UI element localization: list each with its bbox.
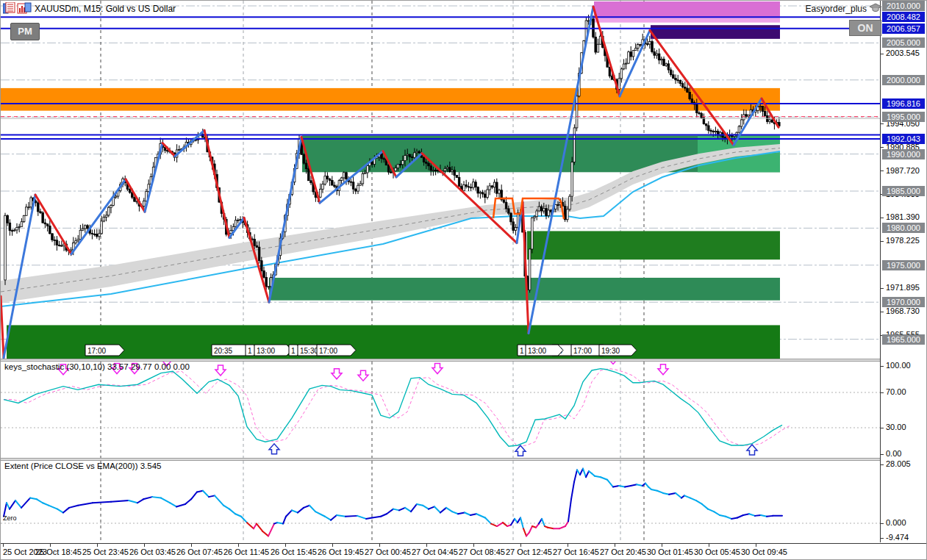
- list-icon[interactable]: [3, 2, 15, 13]
- candle-body: [473, 182, 475, 187]
- candle-body: [308, 169, 310, 181]
- candle-body: [569, 196, 571, 209]
- candle-body: [108, 207, 110, 215]
- time-tag[interactable]: 13:00: [526, 345, 563, 356]
- candle-body: [352, 182, 354, 189]
- extent-segment: [440, 508, 446, 513]
- extent-segment: [548, 528, 554, 528]
- candle-body: [40, 212, 42, 213]
- sell-signal-arrow-icon: [332, 369, 342, 379]
- candle-body: [21, 222, 23, 227]
- extent-pane[interactable]: [1, 461, 880, 542]
- candle-body: [428, 163, 430, 166]
- candle-body: [305, 163, 307, 169]
- price-tick-label: 100.00: [886, 361, 911, 370]
- on-button[interactable]: ON: [849, 20, 881, 36]
- candle-body: [708, 126, 710, 131]
- time-tag[interactable]: 13:00: [254, 345, 292, 356]
- sell-signal-arrow-icon: [215, 365, 226, 376]
- candle-body: [434, 170, 437, 171]
- price-zone[interactable]: [651, 25, 780, 39]
- candle-body: [628, 52, 630, 63]
- candle-body: [416, 151, 418, 153]
- time-axis-label: 27 Oct 12:45: [506, 548, 552, 556]
- candle-body: [698, 113, 701, 114]
- extent-segment: [574, 470, 577, 481]
- time-axis-label: 30 Oct 09:45: [741, 548, 787, 556]
- axis-tick: [881, 454, 884, 455]
- candle-body: [505, 202, 507, 209]
- zigzag-segment: [35, 195, 71, 254]
- candle-body: [322, 184, 324, 190]
- candle-body: [409, 154, 411, 157]
- zigzag-segment: [126, 179, 145, 212]
- extent-segment: [731, 517, 737, 518]
- candle-body: [661, 59, 663, 60]
- extent-segment: [651, 489, 657, 491]
- main-chart[interactable]: 17:0020:35113:00115:3017:0000113:0017:00…: [1, 1, 880, 359]
- bars-icon[interactable]: [18, 3, 31, 13]
- candle-body: [423, 157, 425, 162]
- candle-body: [630, 52, 632, 57]
- time-tag-label: 17:00: [573, 347, 592, 355]
- candle-body: [677, 80, 679, 81]
- price-tick-label: 1978.225: [886, 236, 920, 245]
- price-zone[interactable]: [7, 325, 780, 359]
- price-zone[interactable]: [594, 18, 780, 23]
- candle-body: [771, 120, 773, 122]
- extent-segment: [476, 514, 485, 517]
- extent-segment: [690, 498, 696, 500]
- extent-segment: [372, 517, 381, 518]
- price-zone[interactable]: [269, 278, 780, 301]
- axis-tick: [881, 392, 884, 393]
- zigzag-segment: [145, 143, 162, 212]
- axis-tick: [881, 428, 884, 428]
- candle-body: [115, 196, 117, 197]
- time-tag-label: 20:35: [214, 347, 232, 355]
- extent-segment: [637, 484, 643, 486]
- candle-body: [359, 184, 362, 185]
- extent-segment: [209, 495, 215, 497]
- price-tick-label: -9.474: [886, 533, 909, 542]
- candle-body: [103, 217, 105, 220]
- candle-body: [42, 213, 44, 223]
- candle-body: [99, 234, 101, 237]
- candle-body: [23, 215, 25, 221]
- candle-body: [571, 162, 573, 197]
- extent-segment: [663, 493, 669, 495]
- extent-segment: [10, 500, 15, 509]
- price-zone[interactable]: [1, 88, 780, 111]
- extent-segment: [381, 514, 387, 516]
- extent-segment: [262, 531, 268, 536]
- candle-body: [58, 245, 60, 246]
- candle-body: [493, 182, 495, 187]
- candle-body: [748, 115, 750, 116]
- candle-body: [738, 126, 740, 132]
- candle-body: [37, 203, 40, 212]
- candle-body: [576, 96, 578, 128]
- pm-button[interactable]: PM: [10, 23, 40, 40]
- extent-segment: [714, 511, 720, 515]
- candle-body: [61, 245, 63, 246]
- candle-body: [357, 185, 359, 191]
- price-zone[interactable]: [594, 1, 780, 18]
- extent-segment: [405, 508, 411, 511]
- time-tag[interactable]: 20:35: [212, 345, 251, 356]
- time-tag[interactable]: 19:30: [599, 345, 637, 356]
- candle-body: [515, 228, 517, 231]
- candle-body: [101, 221, 103, 234]
- time-tag[interactable]: 17:00: [85, 345, 124, 356]
- candle-body: [658, 54, 660, 60]
- toolbar-icons-svg: [3, 2, 32, 14]
- candle-body: [235, 220, 237, 227]
- candle-body: [11, 231, 13, 231]
- extent-segment: [423, 506, 429, 509]
- price-grid-badge: 2010.000: [882, 1, 925, 11]
- price-grid-badge: 2005.000: [882, 37, 925, 48]
- time-tag[interactable]: 17:00: [317, 345, 356, 356]
- time-tick: [191, 544, 192, 547]
- stochastic-pane[interactable]: [1, 362, 880, 458]
- candle-body: [56, 240, 58, 245]
- candle-body: [390, 172, 393, 173]
- price-zone[interactable]: [527, 231, 780, 259]
